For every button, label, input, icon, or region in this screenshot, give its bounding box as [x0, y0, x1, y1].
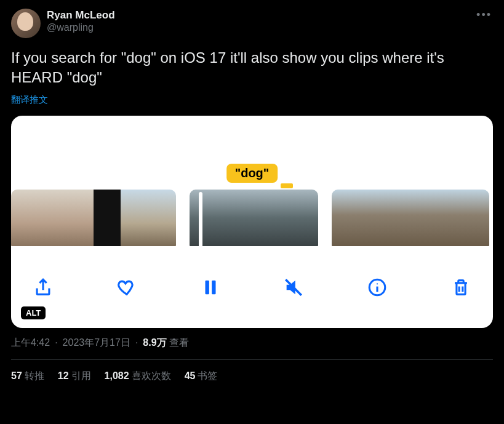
timeline-frame: [222, 190, 254, 246]
caption-marker: [281, 183, 293, 188]
timeline-frame: [121, 190, 148, 246]
timeline-frame: [358, 190, 385, 246]
stat-retweets[interactable]: 57转推: [11, 370, 44, 383]
stat-quotes[interactable]: 12引用: [58, 370, 91, 383]
video-timeline[interactable]: [11, 190, 493, 251]
views-label: 查看: [169, 337, 189, 350]
timeline-frame: [410, 190, 437, 246]
timeline-frame: [148, 190, 176, 246]
more-options-icon[interactable]: •••: [476, 9, 492, 22]
tweet-media[interactable]: "dog": [11, 116, 493, 328]
timeline-frame: [39, 190, 66, 246]
heart-icon[interactable]: [112, 273, 142, 302]
meta-separator: ·: [52, 337, 60, 348]
pause-icon[interactable]: [196, 273, 225, 302]
timeline-frame: [66, 190, 94, 246]
tweet-time[interactable]: 上午4:42: [11, 337, 50, 350]
views-count: 8.9万: [143, 337, 166, 350]
mute-icon[interactable]: [279, 273, 308, 302]
timeline-frame: [437, 190, 463, 246]
tweet-stats: 57转推 12引用 1,082喜欢次数 45书签: [11, 360, 493, 383]
info-icon[interactable]: [362, 273, 392, 302]
timeline-frame: [254, 190, 286, 246]
playhead[interactable]: [199, 192, 202, 249]
svg-rect-0: [205, 281, 209, 295]
tweet-container: Ryan McLeod @warpling ••• If you search …: [0, 0, 504, 383]
caption-area: "dog": [11, 116, 493, 190]
timeline-frame: [94, 190, 121, 246]
trash-icon[interactable]: [446, 273, 476, 302]
meta-separator: ·: [133, 337, 140, 348]
share-icon[interactable]: [28, 273, 58, 302]
tweet-meta: 上午4:42 · 2023年7月17日 · 8.9万 查看: [11, 337, 493, 350]
timeline-frame: [463, 190, 489, 246]
timeline-frame: [384, 190, 410, 246]
translate-link[interactable]: 翻译推文: [11, 94, 493, 106]
tweet-text: If you search for "dog" on iOS 17 it'll …: [11, 48, 493, 88]
timeline-frame: [190, 190, 222, 246]
handle: @warpling: [47, 22, 115, 34]
clip-group[interactable]: [190, 190, 318, 251]
timeline-frame: [332, 190, 358, 246]
stat-likes[interactable]: 1,082喜欢次数: [105, 370, 171, 383]
timeline-frame: [286, 190, 318, 246]
clip-group[interactable]: [11, 190, 176, 251]
media-inner: "dog": [11, 116, 493, 328]
svg-point-4: [377, 283, 378, 284]
timeline-frame: [11, 190, 39, 246]
author-block[interactable]: Ryan McLeod @warpling: [47, 9, 115, 34]
clip-group[interactable]: [332, 190, 489, 251]
transcript-caption: "dog": [226, 164, 278, 183]
tweet-date[interactable]: 2023年7月17日: [63, 337, 130, 350]
svg-rect-1: [212, 281, 215, 295]
avatar[interactable]: [11, 9, 41, 38]
media-toolbar: [11, 251, 493, 328]
tweet-header: Ryan McLeod @warpling •••: [11, 9, 493, 38]
stat-bookmarks[interactable]: 45书签: [185, 370, 218, 383]
alt-badge[interactable]: ALT: [21, 306, 46, 319]
display-name: Ryan McLeod: [47, 9, 115, 22]
